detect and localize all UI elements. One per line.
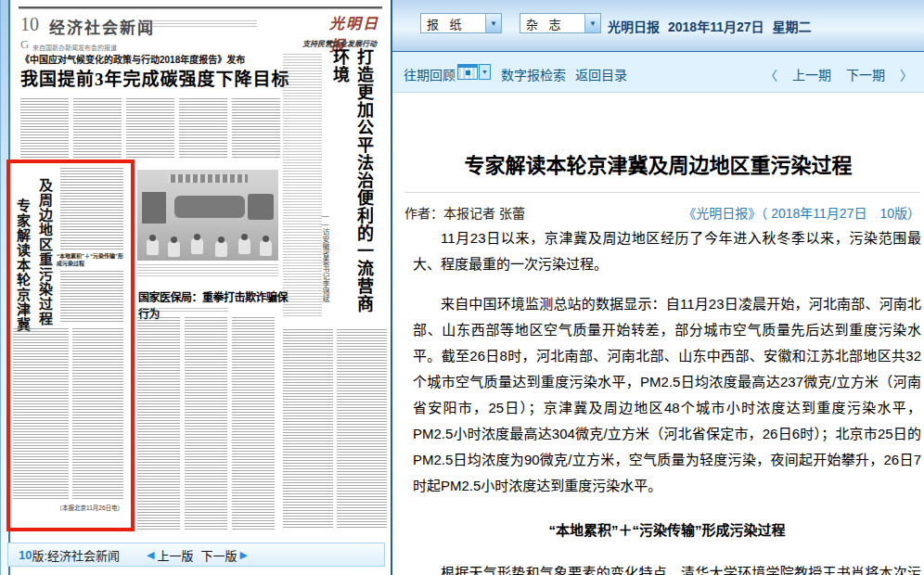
bottombar-section: 版:经济社会新闻 bbox=[32, 546, 120, 564]
photo-figure bbox=[147, 239, 159, 255]
reader-nav: 往期回顾 ▼ 数字报检索 返回目录 〈 上一期 下一期 〉 bbox=[392, 52, 924, 93]
newspaper-page: 10 经济社会新闻 光明日报 G 来自国新办新闻发布会的报道 《中国应对气候变化… bbox=[10, 0, 391, 575]
photo-screen-left bbox=[142, 192, 166, 224]
reader-masthead: 光明日报 bbox=[608, 17, 660, 35]
calendar-dropdown-icon[interactable]: ▼ bbox=[479, 64, 491, 80]
section-title: 经济社会新闻 bbox=[49, 15, 155, 38]
dropdown-arrow-icon: ▼ bbox=[584, 14, 600, 32]
highlighted-article-box[interactable]: “本地累积”＋“污染传输”形成污染过程 及周边地区重污染过程 专家解读本轮京津冀… bbox=[6, 160, 135, 531]
newsprint-text bbox=[126, 98, 174, 158]
prev-page-button[interactable]: 上一版 bbox=[158, 546, 194, 564]
highlight-inner-subhead: “本地累积”＋“污染传输”形成污染过程 bbox=[57, 252, 127, 267]
highlight-title-left: 专家解读本轮京津冀 bbox=[13, 198, 32, 347]
photo-screen-center bbox=[174, 196, 245, 218]
newsprint-text bbox=[72, 328, 123, 499]
article-meta: 作者：本报记者 张蕾 《光明日报》（ 2018年11月27日 10版） bbox=[404, 203, 920, 222]
article-paragraph: 来自中国环境监测总站的数据显示：自11月23日凌晨开始，河北南部、河南北部、山东… bbox=[413, 291, 921, 499]
newsprint-text bbox=[232, 98, 280, 158]
photo-figure bbox=[191, 238, 203, 254]
photo-figure bbox=[215, 241, 227, 257]
lead-eyebrow: 来自国新办新闻发布会的报道 bbox=[32, 43, 117, 52]
page-bottom-bar: 10 版:经济社会新闻 ◀ 上一版 下一版 ▶ bbox=[7, 543, 385, 567]
newsprint-text bbox=[232, 317, 275, 530]
paper-select[interactable]: 报 纸 ▼ bbox=[420, 13, 502, 33]
article-source: 《光明日报》（ 2018年11月27日 10版） bbox=[683, 203, 920, 222]
issue-date: 2018年11月27日 bbox=[668, 17, 764, 35]
epaper-app: 10 经济社会新闻 光明日报 G 来自国新办新闻发布会的报道 《中国应对气候变化… bbox=[0, 0, 924, 575]
news-photo bbox=[137, 170, 278, 261]
article-subheading: “本地累积”＋“污染传输”形成污染过程 bbox=[413, 518, 921, 543]
newsprint-text bbox=[283, 329, 333, 530]
top-rule bbox=[19, 6, 382, 9]
next-page-arrow-icon: ▶ bbox=[240, 549, 248, 561]
newsprint-text bbox=[185, 317, 227, 530]
highlight-title-right: 及周边地区重污染过程 bbox=[35, 178, 55, 336]
article-title: 专家解读本轮京津冀及周边地区重污染过程 bbox=[392, 148, 924, 178]
reader-header: 报 纸 ▼ 杂 志 ▼ 光明日报 2018年11月27日 星期二 bbox=[392, 0, 924, 52]
newsprint-text bbox=[137, 317, 180, 530]
calendar-icon[interactable] bbox=[457, 64, 478, 80]
article-body: 11月23日以来，京津冀及周边地区经历了今年进入秋冬季以来，污染范围最大、程度最… bbox=[413, 225, 921, 575]
newsprint-text bbox=[139, 308, 228, 313]
right-column-header: 支持民营企业发展行动 bbox=[289, 38, 391, 48]
agency-logo: G bbox=[20, 37, 29, 52]
newsprint-text bbox=[179, 98, 227, 158]
newsprint-text bbox=[20, 98, 69, 158]
article-paragraph: 根据天气形势和气象要素的变化特点，清华大学环境学院教授王书肖将本次污染过程分为两… bbox=[413, 560, 921, 575]
archive-link[interactable]: 往期回顾 bbox=[404, 65, 456, 83]
next-issue-bracket-icon: 〉 bbox=[900, 65, 913, 83]
newsprint-text bbox=[60, 271, 123, 323]
newsprint-text bbox=[60, 168, 123, 249]
newsprint-text bbox=[337, 329, 387, 530]
photo-figure bbox=[260, 240, 272, 256]
photo-figure bbox=[238, 238, 250, 254]
page-number: 10 bbox=[20, 14, 39, 35]
issue-pager: 〈 上一期 下一期 〉 bbox=[764, 65, 913, 83]
photo-banner bbox=[168, 174, 247, 183]
lead-headline[interactable]: 我国提前3年完成碳强度下降目标 bbox=[20, 65, 299, 90]
photo-screen-right bbox=[248, 194, 274, 220]
issue-weekday: 星期二 bbox=[773, 17, 812, 35]
article-author: 作者：本报记者 张蕾 bbox=[404, 203, 525, 222]
magazine-select[interactable]: 杂 志 ▼ bbox=[520, 13, 601, 33]
newsprint-text bbox=[283, 54, 322, 318]
newsprint-text bbox=[73, 98, 122, 158]
prev-issue-link[interactable]: 上一期 bbox=[792, 65, 831, 83]
reader-panel: 报 纸 ▼ 杂 志 ▼ 光明日报 2018年11月27日 星期二 往期回顾 ▼ … bbox=[391, 0, 924, 575]
magazine-select-value: 杂 志 bbox=[520, 15, 584, 32]
photo-caption bbox=[137, 264, 278, 277]
lead-kicker: 《中国应对气候变化的政策与行动2018年度报告》发布 bbox=[20, 52, 245, 66]
next-page-button[interactable]: 下一版 bbox=[201, 546, 237, 564]
newsprint-text bbox=[13, 328, 69, 499]
vertical-headline[interactable]: 打造更加公平法治便利的一流营商环境 bbox=[337, 48, 376, 326]
newsprint-text bbox=[148, 20, 257, 27]
highlight-dateline: （本报北京11月26日电） bbox=[36, 503, 123, 512]
prev-page-arrow-icon: ◀ bbox=[147, 549, 154, 561]
title-divider bbox=[404, 192, 920, 193]
bottombar-page-number: 10 bbox=[19, 548, 32, 562]
paper-select-value: 报 纸 bbox=[421, 15, 485, 32]
back-to-contents-link[interactable]: 返回目录 bbox=[575, 65, 627, 83]
search-link[interactable]: 数字报检索 bbox=[501, 65, 566, 83]
photo-figure bbox=[168, 241, 180, 257]
article-paragraph: 11月23日以来，京津冀及周边地区经历了今年进入秋冬季以来，污染范围最大、程度最… bbox=[413, 225, 921, 277]
vertical-byline: ——访安徽省委书记李锦斌 bbox=[320, 211, 330, 318]
issue-title: 光明日报 2018年11月27日 星期二 bbox=[608, 17, 812, 35]
prev-issue-bracket-icon: 〈 bbox=[764, 65, 777, 83]
next-issue-link[interactable]: 下一期 bbox=[846, 65, 885, 83]
dropdown-arrow-icon: ▼ bbox=[485, 14, 501, 32]
